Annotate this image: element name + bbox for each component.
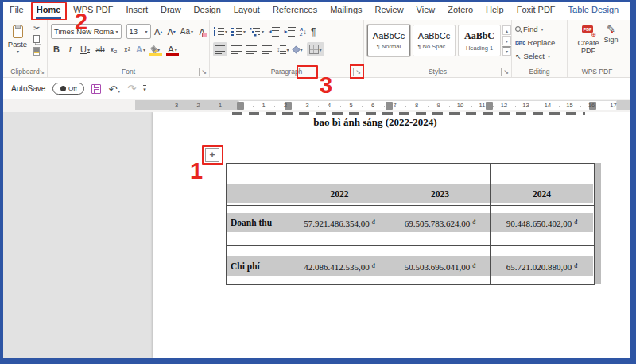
data-table[interactable]: 202220232024Doanh thu57.921.486.354,00đ6… [226, 163, 595, 285]
ruler-column-marker[interactable] [386, 102, 393, 110]
table-cell[interactable] [227, 164, 289, 205]
font-color-icon[interactable]: A▾ [165, 42, 180, 56]
shrink-font-button[interactable]: A [166, 25, 176, 39]
tab-layout[interactable]: Layout [227, 2, 266, 20]
undo-button[interactable]: ↶▾ [108, 82, 120, 96]
tab-help[interactable]: Help [479, 2, 510, 20]
multilevel-list-icon[interactable]: ▾ [250, 26, 264, 37]
table-cell[interactable]: 2022 [289, 164, 390, 205]
text-effects-icon[interactable]: A▾ [135, 42, 146, 56]
table-cell[interactable]: 65.721.020.880,00đ [490, 246, 593, 284]
quick-access-toolbar: AutoSave Off ↶▾ ↷ ▾ [3, 78, 630, 99]
table-cell[interactable]: 2024 [490, 164, 593, 205]
cut-icon[interactable]: ✂ [33, 25, 41, 33]
find-button[interactable]: Find▾ [515, 22, 565, 36]
styles-scroll-up-icon[interactable]: ▴ [502, 25, 511, 35]
tab-references[interactable]: References [266, 2, 324, 20]
tab-home[interactable]: Home [30, 2, 68, 20]
ruler-number: 13 [522, 102, 529, 109]
clipboard-dialog-launcher[interactable]: ↘ [37, 68, 45, 76]
ruler-tail-segment [617, 100, 630, 110]
show-marks-icon[interactable]: ¶ [311, 26, 316, 37]
borders-icon[interactable]: ▾ [307, 42, 324, 56]
table-cell[interactable]: 2023 [390, 164, 490, 205]
select-button[interactable]: ↖Select▾ [515, 49, 565, 63]
bold-button[interactable]: B [51, 42, 62, 56]
autosave-toggle[interactable]: Off [52, 83, 84, 95]
tab-view[interactable]: View [410, 2, 442, 20]
paste-button[interactable]: Paste ▾ [6, 25, 29, 54]
line-spacing-icon[interactable]: ↕▾ [277, 45, 289, 55]
increase-indent-icon[interactable]: ▸ [284, 26, 296, 37]
chevron-down-icon: ▾ [17, 48, 19, 54]
font-dialog-launcher[interactable]: ↘ [199, 68, 207, 76]
shading-icon[interactable]: ▾ [293, 46, 303, 53]
amount-value: 42.086.412.535,00 [304, 262, 370, 272]
style-name: Heading 1 [466, 45, 493, 52]
tab-table-design[interactable]: Table Design [562, 2, 626, 20]
sign-button[interactable]: ✎ Sign [604, 24, 619, 55]
table-cell[interactable]: 69.505.783.624,00đ [390, 206, 490, 245]
table-row: Chi phí42.086.412.535,00đ50.503.695.041,… [227, 245, 594, 284]
tab-draw[interactable]: Draw [154, 2, 188, 20]
create-pdf-button[interactable]: PDF ⊕ Create PDF [577, 24, 599, 55]
window-border-bottom [0, 358, 636, 364]
style-card--no-spac-[interactable]: AaBbCc¶ No Spac... [413, 25, 456, 56]
ruler-number: 14 [545, 102, 551, 109]
bullets-icon[interactable]: ▾ [213, 26, 227, 37]
cursor-arrow-icon: ↖ [515, 52, 522, 60]
redo-icon[interactable]: ↷ [127, 83, 136, 94]
table-cell[interactable]: 42.086.412.535,00đ [289, 246, 390, 284]
styles-gallery-more-icon[interactable]: ▾ [502, 46, 511, 56]
document-title: bao bì ánh sáng (2022-2024) [153, 116, 598, 129]
ruler-number: 16 [588, 102, 595, 109]
row-label: Doanh thu [231, 218, 272, 227]
tab-zotero[interactable]: Zotero [441, 2, 479, 20]
styles-scroll-down-icon[interactable]: ▾ [502, 36, 511, 45]
table-cell[interactable]: 90.448.650.402,00đ [490, 206, 593, 245]
customize-qat-icon[interactable]: ▾ [143, 85, 146, 92]
ruler-number: 1 [262, 102, 265, 109]
tab-insert[interactable]: Insert [119, 2, 154, 20]
replace-button[interactable]: b⇄cReplace [515, 36, 565, 49]
grow-font-button[interactable]: A [153, 25, 164, 39]
subscript-button[interactable]: x₂ [108, 42, 119, 56]
ruler-column-marker[interactable] [237, 102, 244, 110]
chevron-down-icon: ▾ [116, 29, 118, 34]
underline-button[interactable]: U▾ [78, 42, 92, 56]
align-right-icon[interactable] [246, 45, 258, 55]
style-card--normal[interactable]: AaBbCc¶ Normal [367, 25, 410, 56]
table-cell[interactable]: Doanh thu [227, 206, 289, 245]
document-page[interactable]: bao bì ánh sáng (2022-2024) 202220232024… [153, 112, 630, 358]
tab-file[interactable]: File [3, 2, 30, 20]
highlight-color-icon[interactable]: ▾ [149, 42, 163, 56]
clear-formatting-button[interactable]: A [197, 25, 207, 39]
numbering-icon[interactable]: ▾ [231, 26, 246, 37]
ruler-column-marker[interactable] [486, 102, 493, 110]
style-card-heading-1[interactable]: AaBbCHeading 1 [458, 25, 501, 56]
tab-foxit-pdf[interactable]: Foxit PDF [510, 2, 562, 20]
font-size-combo[interactable]: 13 ▾ [126, 24, 151, 39]
format-painter-icon[interactable] [33, 47, 40, 56]
tab-review[interactable]: Review [369, 2, 410, 20]
tab-design[interactable]: Design [188, 2, 227, 20]
change-case-button[interactable]: Aa▾ [179, 25, 194, 39]
sort-icon[interactable]: AZ↓ [300, 27, 307, 37]
styles-dialog-launcher[interactable]: ↘ [501, 68, 509, 76]
italic-button[interactable]: I [64, 42, 76, 56]
table-cell[interactable]: 57.921.486.354,00đ [289, 206, 390, 245]
save-icon[interactable] [91, 84, 101, 94]
paragraph-dialog-launcher[interactable]: ↘ [353, 68, 361, 76]
superscript-button[interactable]: x² [122, 42, 133, 56]
ruler-number: 2 [196, 102, 200, 109]
strikethrough-button[interactable]: ab [95, 42, 106, 56]
justify-icon[interactable] [262, 45, 273, 55]
table-cell[interactable]: Chi phí [227, 246, 289, 284]
table-cell[interactable]: 50.503.695.041,00đ [390, 246, 490, 284]
align-left-icon[interactable] [213, 42, 227, 56]
search-icon [515, 26, 521, 32]
copy-icon[interactable] [33, 35, 40, 43]
tab-mailings[interactable]: Mailings [324, 2, 368, 20]
decrease-indent-icon[interactable]: ◂ [268, 26, 280, 37]
align-center-icon[interactable] [231, 45, 242, 55]
